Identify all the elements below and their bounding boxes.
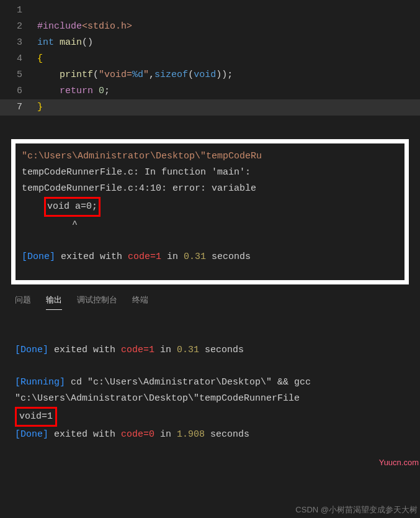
code-content[interactable]: { <box>37 51 43 67</box>
line-number: 2 <box>0 19 37 35</box>
line-number: 4 <box>0 51 37 67</box>
code-editor[interactable]: 12#include<stdio.h>3int main()4{5 printf… <box>0 0 420 116</box>
code-line[interactable]: 6 return 0; <box>0 83 420 99</box>
highlight-box: void a=0; <box>44 197 101 217</box>
code-content[interactable]: return 0; <box>37 83 110 99</box>
error-panel: "c:\Users\Administrator\Desktop\"tempCod… <box>11 139 409 284</box>
output-path: "c:\Users\Administrator\Desktop\"tempCod… <box>15 393 300 404</box>
output-panel[interactable]: [Done] exited with code=1 in 0.31 second… <box>0 310 420 443</box>
error-msg: tempCodeRunnerFile.c: In function 'main'… <box>22 167 251 178</box>
watermark: CSDN @小树苗渴望变成参天大树 <box>295 504 418 516</box>
code-line[interactable]: 7} <box>0 99 420 116</box>
code-content[interactable]: } <box>37 99 43 116</box>
panel-tabs: 问题 输出 调试控制台 终端 <box>0 284 420 310</box>
running-status: [Running] cd "c:\Users\Administrator\Des… <box>15 375 405 391</box>
error-path: "c:\Users\Administrator\Desktop\"tempCod… <box>22 151 262 161</box>
tab-output[interactable]: 输出 <box>46 294 62 310</box>
code-content[interactable]: int main() <box>37 35 93 51</box>
code-line[interactable]: 3int main() <box>0 35 420 51</box>
tab-debug[interactable]: 调试控制台 <box>77 294 117 310</box>
done-status: [Done] exited with code=1 in 0.31 second… <box>15 342 405 358</box>
line-number: 6 <box>0 83 37 99</box>
code-line[interactable]: 1 <box>0 2 420 19</box>
highlight-box: void=1 <box>15 407 57 427</box>
line-number: 1 <box>0 2 37 19</box>
done-status: [Done] exited with code=1 in 0.31 second… <box>22 249 398 265</box>
watermark: Yuucn.com <box>379 458 419 467</box>
line-number: 5 <box>0 67 37 83</box>
code-line[interactable]: 5 printf("void=%d",sizeof(void)); <box>0 67 420 83</box>
line-number: 7 <box>0 99 37 116</box>
code-content[interactable]: printf("void=%d",sizeof(void)); <box>37 67 233 83</box>
error-msg: tempCodeRunnerFile.c:4:10: error: variab… <box>22 183 262 194</box>
tab-problems[interactable]: 问题 <box>15 294 31 310</box>
tab-terminal[interactable]: 终端 <box>132 294 148 310</box>
line-number: 3 <box>0 35 37 51</box>
done-status: [Done] exited with code=0 in 1.908 secon… <box>15 427 405 443</box>
code-content[interactable]: #include<stdio.h> <box>37 19 132 35</box>
code-line[interactable]: 4{ <box>0 51 420 67</box>
error-caret: ^ <box>22 219 78 230</box>
code-line[interactable]: 2#include<stdio.h> <box>0 19 420 35</box>
